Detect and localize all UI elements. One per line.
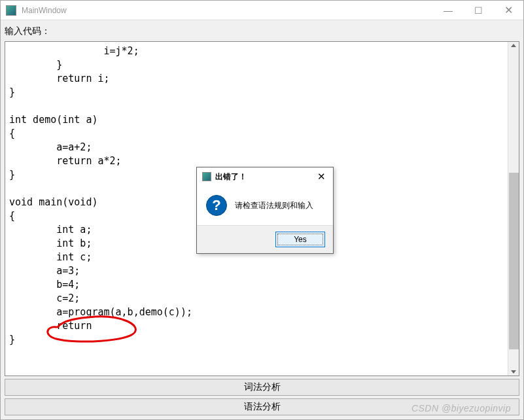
- close-button[interactable]: ✕: [493, 1, 523, 20]
- yes-button[interactable]: Yes: [275, 232, 325, 247]
- syntax-button-label: 语法分析: [244, 401, 281, 413]
- yes-button-label: Yes: [294, 235, 307, 244]
- scroll-thumb[interactable]: [509, 173, 519, 349]
- error-dialog: 出错了！ ✕ ? 请检查语法规则和输入 Yes: [196, 167, 334, 254]
- dialog-footer: Yes: [197, 225, 333, 253]
- lexical-button-label: 词法分析: [244, 381, 281, 393]
- dialog-body: ? 请检查语法规则和输入: [197, 186, 333, 225]
- dialog-titlebar: 出错了！ ✕: [197, 167, 333, 186]
- dialog-close-button[interactable]: ✕: [312, 169, 330, 184]
- question-icon: ?: [206, 195, 227, 216]
- titlebar: MainWindow — ☐ ✕: [1, 1, 523, 20]
- window-controls: — ☐ ✕: [433, 1, 523, 20]
- dialog-title: 出错了！: [215, 171, 312, 183]
- lexical-analysis-button[interactable]: 词法分析: [5, 379, 519, 396]
- input-label: 输入代码：: [5, 24, 519, 39]
- maximize-button[interactable]: ☐: [463, 1, 493, 20]
- syntax-analysis-button[interactable]: 语法分析: [5, 398, 519, 415]
- app-icon: [6, 5, 16, 16]
- window-title: MainWindow: [22, 6, 433, 15]
- dialog-app-icon: [202, 172, 211, 181]
- vertical-scrollbar[interactable]: [508, 42, 519, 376]
- minimize-button[interactable]: —: [433, 1, 463, 20]
- dialog-message: 请检查语法规则和输入: [235, 200, 313, 211]
